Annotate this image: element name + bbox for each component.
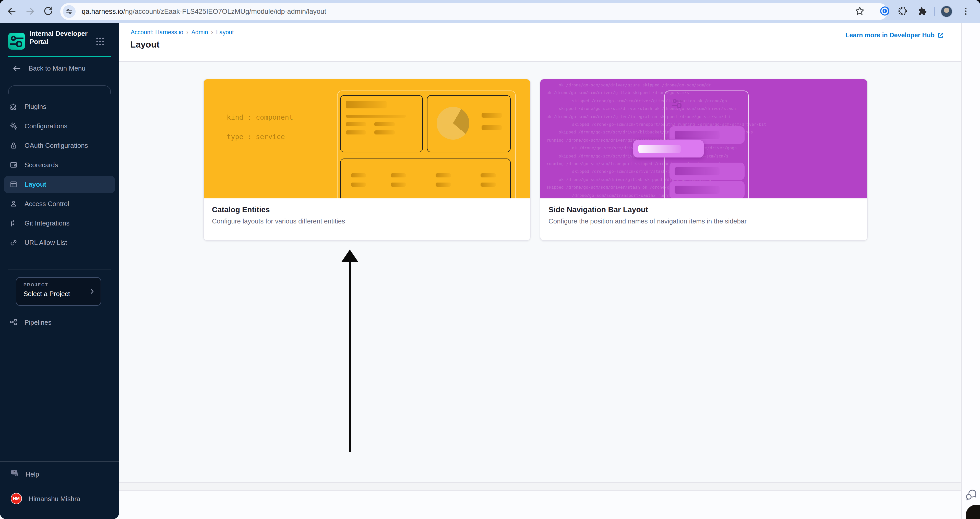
sidebar-item-plugins[interactable]: Plugins	[4, 98, 115, 115]
bottom-area	[119, 491, 961, 519]
card-description: Configure layouts for various different …	[212, 217, 522, 225]
sidebar-item-oauth-configurations[interactable]: OAuth Configurations	[4, 137, 115, 155]
sidebar-item-label: Pipelines	[24, 319, 52, 326]
mock-chart-panel	[427, 95, 511, 152]
breadcrumb-account-link[interactable]: Account: Harness.io	[131, 29, 183, 35]
pipelines-icon	[9, 318, 18, 327]
git-branch-icon	[9, 219, 18, 228]
mock-about-panel	[340, 95, 423, 152]
user-avatar: HM	[11, 493, 22, 504]
teal-accent-divider	[8, 56, 111, 57]
toolbar-divider	[934, 7, 935, 16]
browser-menu-icon[interactable]	[962, 6, 969, 17]
url-host: qa.harness.io	[82, 8, 123, 15]
screen: qa.harness.io/ng/account/zEaak-FLS425IEO…	[0, 0, 980, 519]
spinner-extension-icon[interactable]	[897, 6, 908, 17]
sidebar-item-git-integrations[interactable]: Git Integrations	[4, 215, 115, 232]
project-selector[interactable]: PROJECT Select a Project	[16, 277, 101, 306]
breadcrumb-separator	[183, 29, 191, 35]
app-window: Internal Developer Portal Back to Main M…	[0, 23, 980, 519]
help-divider	[0, 461, 119, 462]
breadcrumb-layout-link[interactable]: Layout	[216, 29, 234, 35]
sidebar-item-label: Help	[25, 470, 39, 478]
card-body: Side Navigation Bar Layout Configure the…	[540, 198, 867, 232]
sidebar-item-url-allow-list[interactable]: URL Allow List	[4, 234, 115, 252]
content-panel: kind : component type : service	[119, 62, 961, 483]
address-bar[interactable]: qa.harness.io/ng/account/zEaak-FLS425IEO…	[60, 3, 888, 20]
person-icon	[9, 200, 18, 208]
svg-text:?: ?	[13, 470, 15, 474]
url-path: /ng/account/zEaak-FLS425IEO7OLzMUg/modul…	[123, 8, 326, 15]
annotation-arrow-line	[349, 261, 351, 452]
chat-support-icon[interactable]	[965, 488, 978, 501]
sidebar-item-access-control[interactable]: Access Control	[4, 195, 115, 213]
sidebar-item-pipelines[interactable]: Pipelines	[4, 314, 115, 331]
browser-reload-button[interactable]	[43, 6, 54, 17]
help-chat-icon: ?	[10, 468, 20, 478]
bookmark-star-icon[interactable]	[854, 6, 865, 17]
browser-back-button[interactable]	[6, 6, 18, 17]
catalog-entities-illustration: kind : component type : service	[204, 79, 530, 198]
main-area: Account: Harness.ioAdminLayout Layout Le…	[119, 23, 980, 519]
page-header: Account: Harness.ioAdminLayout Layout Le…	[119, 23, 980, 62]
sidebar-item-configurations[interactable]: Configurations	[4, 118, 115, 135]
learn-more-link[interactable]: Learn more in Developer Hub	[845, 32, 944, 39]
sidebar-item-label: Access Control	[24, 200, 69, 208]
card-title: Catalog Entities	[212, 205, 522, 214]
back-to-main-menu-button[interactable]: Back to Main Menu	[8, 61, 111, 76]
browser-profile-avatar[interactable]	[941, 6, 953, 18]
annotation-arrow-head	[341, 249, 358, 262]
gears-icon	[9, 122, 18, 130]
sidebar-item-help[interactable]: ? Help	[4, 466, 115, 481]
link-icon	[9, 238, 18, 247]
mock-pie-chart	[437, 107, 469, 140]
mock-nav-item	[670, 181, 745, 198]
sidebar: Internal Developer Portal Back to Main M…	[0, 23, 119, 519]
sidebar-item-label: Configurations	[24, 122, 67, 130]
card-body: Catalog Entities Configure layouts for v…	[204, 198, 530, 232]
arrow-left-icon	[12, 64, 21, 73]
sidebar-item-label: Scorecards	[24, 161, 58, 169]
project-divider	[8, 269, 111, 270]
footer-band	[119, 483, 961, 491]
catalog-entities-card[interactable]: kind : component type : service	[203, 79, 531, 241]
mock-idp-logo-icon	[671, 97, 684, 110]
mock-nav-item	[670, 163, 745, 180]
back-label: Back to Main Menu	[29, 64, 86, 72]
card-description: Configure the position and names of navi…	[549, 217, 859, 225]
breadcrumb-separator	[208, 29, 216, 35]
mock-table-panel	[340, 158, 511, 198]
module-grid-icon[interactable]	[95, 36, 105, 46]
side-nav-illustration: ok /drone/go-scm/scm/driver/azure skippe…	[540, 79, 867, 198]
user-menu[interactable]: HM Himanshu Mishra	[4, 491, 115, 507]
browser-chrome: qa.harness.io/ng/account/zEaak-FLS425IEO…	[0, 0, 980, 23]
puzzle-icon	[9, 102, 18, 111]
menu-panel-border	[8, 85, 111, 94]
external-link-icon	[937, 32, 944, 39]
sidebar-item-label: Git Integrations	[24, 219, 70, 227]
yaml-snippet: kind : component type : service	[227, 113, 293, 141]
project-label: PROJECT	[24, 282, 48, 287]
sidebar-item-scorecards[interactable]: Scorecards	[4, 156, 115, 174]
site-settings-icon[interactable]	[63, 5, 76, 18]
card-title: Side Navigation Bar Layout	[549, 205, 859, 214]
layout-icon	[9, 180, 18, 189]
password-manager-extension-icon[interactable]	[880, 6, 891, 17]
brand-title: Internal Developer Portal	[30, 30, 92, 46]
lock-icon	[9, 141, 18, 150]
sidebar-item-label: URL Allow List	[24, 239, 67, 246]
sidebar-item-label: OAuth Configurations	[24, 142, 88, 149]
learn-more-label: Learn more in Developer Hub	[845, 32, 935, 39]
sidebar-item-layout[interactable]: Layout	[4, 176, 115, 193]
side-nav-layout-card[interactable]: ok /drone/go-scm/scm/driver/azure skippe…	[540, 79, 868, 241]
sidebar-item-label: Plugins	[24, 103, 46, 110]
browser-forward-button[interactable]	[24, 6, 36, 17]
url-text: qa.harness.io/ng/account/zEaak-FLS425IEO…	[82, 3, 326, 20]
idp-logo-icon	[8, 33, 25, 50]
extensions-puzzle-icon[interactable]	[917, 6, 928, 17]
breadcrumb: Account: Harness.ioAdminLayout	[131, 29, 234, 35]
project-value: Select a Project	[24, 290, 70, 298]
breadcrumb-admin-link[interactable]: Admin	[191, 29, 208, 35]
user-name: Himanshu Mishra	[29, 495, 80, 503]
mock-nav-item-highlighted	[633, 140, 704, 158]
